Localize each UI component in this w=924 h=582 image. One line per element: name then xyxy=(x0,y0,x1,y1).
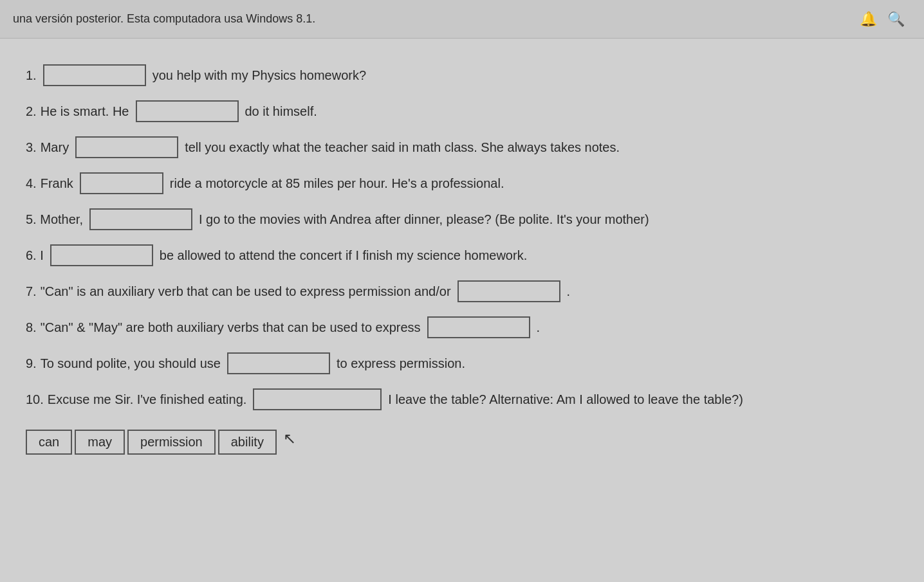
q8-answer-box[interactable] xyxy=(427,316,530,338)
question-1: 1. you help with my Physics homework? xyxy=(26,64,898,86)
q10-before: Excuse me Sir. I've finished eating. xyxy=(48,390,247,408)
top-bar: una versión posterior. Esta computadora … xyxy=(0,0,924,39)
main-content: 1. you help with my Physics homework? 2.… xyxy=(0,39,924,468)
q2-before: He is smart. He xyxy=(41,102,129,120)
q5-number: 5. Mother, xyxy=(26,210,83,228)
q4-after: ride a motorcycle at 85 miles per hour. … xyxy=(170,174,504,192)
word-permission[interactable]: permission xyxy=(127,430,216,455)
q8-period: . xyxy=(537,318,541,336)
q9-after: to express permission. xyxy=(337,354,465,372)
question-8: 8. "Can" & "May" are both auxiliary verb… xyxy=(26,316,898,338)
q8-number: 8. xyxy=(26,318,37,336)
q6-number: 6. I xyxy=(26,246,44,264)
q4-before: Frank xyxy=(41,174,73,192)
q3-answer-box[interactable] xyxy=(75,136,178,158)
q4-answer-box[interactable] xyxy=(80,172,163,194)
q10-after: I leave the table? Alternative: Am I all… xyxy=(388,390,743,408)
q7-number: 7. xyxy=(26,282,37,300)
search-icon: 🔍 xyxy=(887,11,905,28)
q2-after: do it himself. xyxy=(245,102,317,120)
question-7: 7. "Can" is an auxiliary verb that can b… xyxy=(26,280,898,302)
q4-number: 4. xyxy=(26,174,37,192)
word-ability[interactable]: ability xyxy=(218,430,277,455)
q7-before: "Can" is an auxiliary verb that can be u… xyxy=(41,282,451,300)
q9-number: 9. xyxy=(26,354,37,372)
q1-number: 1. xyxy=(26,66,37,84)
q3-after: tell you exactly what the teacher said i… xyxy=(185,138,620,156)
bell-icon: 🔔 xyxy=(860,11,877,28)
question-3: 3. Mary tell you exactly what the teache… xyxy=(26,136,898,158)
q2-answer-box[interactable] xyxy=(136,100,239,122)
q5-after: I go to the movies with Andrea after din… xyxy=(199,210,649,228)
q5-answer-box[interactable] xyxy=(89,208,192,230)
top-bar-icons: 🔔 🔍 xyxy=(860,11,905,28)
cursor-icon: ↖ xyxy=(283,430,296,455)
q3-number: 3. xyxy=(26,138,37,156)
q7-period: . xyxy=(567,282,571,300)
top-bar-text: una versión posterior. Esta computadora … xyxy=(13,12,315,26)
q9-before: To sound polite, you should use xyxy=(41,354,221,372)
question-4: 4. Frank ride a motorcycle at 85 miles p… xyxy=(26,172,898,194)
q10-number: 10. xyxy=(26,390,44,408)
word-can[interactable]: can xyxy=(26,430,72,455)
q6-answer-box[interactable] xyxy=(50,244,153,266)
q1-answer-box[interactable] xyxy=(43,64,146,86)
word-bank: can may permission ability ↖ xyxy=(26,430,898,455)
question-6: 6. I be allowed to attend the concert if… xyxy=(26,244,898,266)
q9-answer-box[interactable] xyxy=(227,352,330,374)
question-9: 9. To sound polite, you should use to ex… xyxy=(26,352,898,374)
q10-answer-box[interactable] xyxy=(253,388,382,410)
question-5: 5. Mother, I go to the movies with Andre… xyxy=(26,208,898,230)
question-2: 2. He is smart. He do it himself. xyxy=(26,100,898,122)
q2-number: 2. xyxy=(26,102,37,120)
q8-before: "Can" & "May" are both auxiliary verbs t… xyxy=(41,318,421,336)
q1-text: you help with my Physics homework? xyxy=(152,66,366,84)
word-may[interactable]: may xyxy=(75,430,125,455)
question-10: 10. Excuse me Sir. I've finished eating.… xyxy=(26,388,898,410)
q7-answer-box[interactable] xyxy=(457,280,560,302)
q3-before: Mary xyxy=(41,138,69,156)
q6-after: be allowed to attend the concert if I fi… xyxy=(160,246,527,264)
